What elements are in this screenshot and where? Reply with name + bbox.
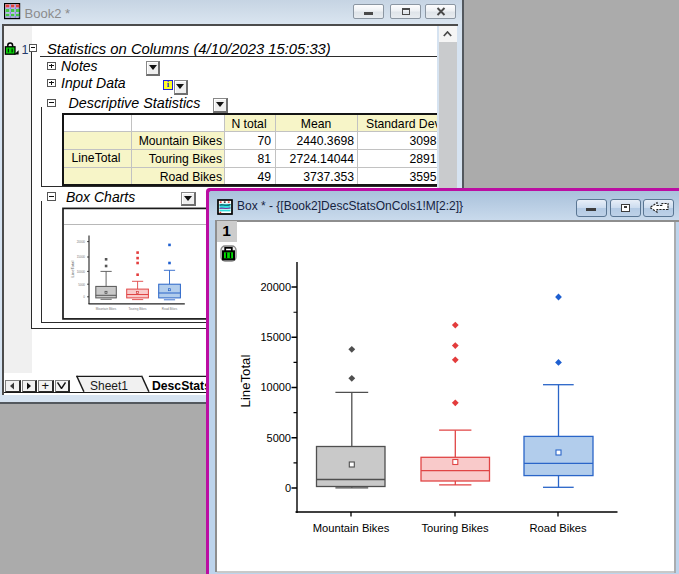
svg-text:Road Bikes: Road Bikes — [529, 522, 587, 534]
svg-text:0: 0 — [285, 482, 291, 494]
svg-text:Touring Bikes: Touring Bikes — [421, 522, 489, 534]
svg-text:5000: 5000 — [78, 283, 85, 287]
svg-text:Mountain Bikes: Mountain Bikes — [313, 522, 390, 534]
svg-text:15000: 15000 — [77, 255, 86, 259]
svg-text:Road Bikes: Road Bikes — [162, 307, 178, 311]
svg-text:20000: 20000 — [77, 240, 86, 244]
svg-text:5000: 5000 — [267, 432, 291, 444]
svg-text:Mountain Bikes: Mountain Bikes — [96, 307, 117, 311]
svg-text:LineTotal: LineTotal — [70, 261, 75, 278]
svg-text:10000: 10000 — [77, 270, 86, 274]
svg-text:Touring Bikes: Touring Bikes — [128, 307, 147, 311]
